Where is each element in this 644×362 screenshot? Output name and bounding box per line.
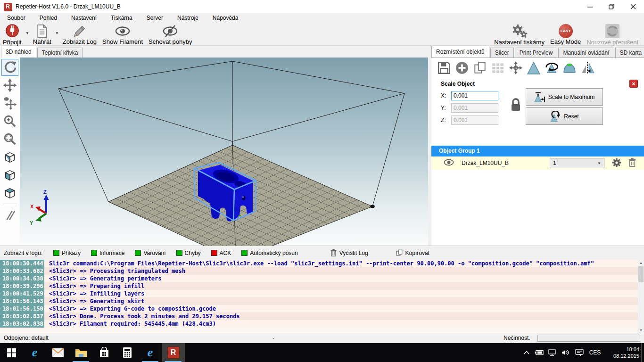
log-scrollbar[interactable]: ▲ ▼ [638, 260, 644, 333]
isometric-view-button[interactable] [1, 148, 18, 165]
eye-icon [115, 24, 131, 38]
taskbar-repetier-button[interactable]: R [162, 343, 185, 362]
log-toggle-button[interactable]: Varování [131, 248, 170, 258]
log-toggle-button[interactable]: Příkazy [49, 248, 85, 258]
connect-button[interactable]: Připojit [0, 23, 25, 45]
scale-object-button[interactable] [525, 60, 543, 75]
scale-y-input[interactable] [451, 103, 498, 113]
panel-splitter[interactable] [428, 58, 431, 246]
taskbar-mail-button[interactable] [46, 343, 69, 362]
log-toggle-button[interactable]: Chyby [172, 248, 205, 258]
add-object-button[interactable] [453, 60, 471, 75]
scale-panel-close-button[interactable]: × [629, 80, 638, 88]
svg-text:X: X [30, 204, 34, 209]
move-view-button[interactable] [1, 77, 18, 94]
show-log-button[interactable]: Zobrazit Log [60, 23, 99, 45]
log-toggle-button[interactable]: ACK [207, 248, 236, 258]
volume-button[interactable] [559, 343, 572, 362]
menu-item[interactable]: Server [140, 13, 170, 23]
scale-x-input[interactable] [451, 91, 498, 100]
log-toggle-button[interactable]: Automatický posun [237, 248, 302, 258]
log-timestamp: 18:00:34.638 [0, 275, 44, 282]
autoposition-button[interactable] [489, 60, 507, 75]
main-toolbar: Připojit ▾ Nahrát ▾ Zobrazit Log Show Fi… [0, 23, 644, 46]
taskbar-edge-button[interactable]: e [23, 343, 46, 362]
move-object-button[interactable] [1, 95, 18, 112]
toggle-state-icon [241, 250, 248, 256]
lay-flat-button[interactable] [561, 60, 578, 75]
tab-sd-card[interactable]: SD karta [615, 48, 644, 58]
menu-item[interactable]: Nastavení [64, 13, 104, 23]
front-view-button[interactable] [1, 166, 18, 183]
tab-print-preview[interactable]: Print Preview [515, 48, 558, 58]
zoom-in-button[interactable] [1, 113, 18, 130]
rotate-view-button[interactable] [1, 59, 18, 76]
top-view-button[interactable] [1, 184, 18, 201]
scale-y-label: Y: [441, 105, 451, 111]
tab-object-placement[interactable]: Rozmístění objektů [431, 46, 489, 58]
menu-item[interactable]: Nástroje [170, 13, 206, 23]
printer-settings-button[interactable]: Nastavení tiskárny [491, 23, 547, 45]
hide-moves-button[interactable]: Schovat pohyby [146, 23, 195, 45]
scroll-up-icon[interactable]: ▲ [639, 260, 643, 266]
network-status-button[interactable] [546, 343, 559, 362]
object-name: Drzak_LM10UU_B [462, 160, 509, 166]
load-dropdown-arrow[interactable]: ▾ [54, 23, 60, 43]
taskbar-store-button[interactable] [92, 343, 116, 362]
minimize-button[interactable] [579, 0, 601, 13]
close-button[interactable] [622, 0, 644, 13]
object-row[interactable]: Drzak_LM10UU_B 1 ▼ [431, 156, 644, 170]
taskbar-ie-button[interactable]: e [139, 343, 162, 362]
clear-log-button[interactable]: Vyčistit Log [326, 247, 372, 258]
scrollbar-thumb[interactable] [638, 266, 644, 282]
log-toggle-button[interactable]: Informace [87, 248, 129, 258]
toggle-state-icon [211, 250, 217, 256]
parallel-projection-button[interactable] [1, 206, 18, 223]
copy-object-button[interactable] [471, 60, 489, 75]
toggle-label: Varování [143, 250, 165, 256]
connection-status: Odpojeno: default [4, 335, 49, 341]
clock[interactable]: 18:04 08.12.2015 [603, 343, 641, 362]
copy-log-button[interactable]: Kopírovat [391, 247, 434, 258]
restore-button[interactable] [601, 0, 622, 13]
tab-3d-preview[interactable]: 3D náhled [1, 46, 36, 58]
taskbar-explorer-button[interactable] [69, 343, 92, 362]
easy-mode-button[interactable]: EASY Easy Mode [547, 23, 584, 45]
show-desktop-button[interactable] [641, 343, 644, 362]
tray-chevron-button[interactable] [520, 343, 533, 362]
connect-dropdown-arrow[interactable]: ▾ [25, 23, 30, 43]
menu-item[interactable]: Tiskárna [104, 13, 140, 23]
tab-slicer[interactable]: Slicer [490, 48, 514, 58]
center-object-button[interactable] [507, 60, 525, 75]
scale-z-input[interactable] [451, 115, 498, 125]
tab-manual-control[interactable]: Manuální ovládání [558, 48, 614, 58]
battery-status-button[interactable] [533, 343, 546, 362]
rotate-object-button[interactable] [543, 60, 561, 75]
notifications-button[interactable] [572, 343, 586, 362]
object-settings-button[interactable] [612, 158, 621, 169]
reset-scale-button[interactable]: Reset [526, 107, 603, 125]
start-button[interactable] [0, 343, 23, 362]
menu-item[interactable]: Soubor [0, 13, 33, 23]
menu-item[interactable]: Nápověda [206, 13, 246, 23]
tab-temperature-curve[interactable]: Teplotní křivka [37, 48, 83, 58]
uniform-scale-lock-button[interactable] [510, 98, 522, 114]
menu-item[interactable]: Pohled [33, 13, 64, 23]
load-button[interactable]: Nahrát [30, 23, 54, 45]
object-visibility-button[interactable] [444, 159, 454, 167]
show-filament-button[interactable]: Show Filament [99, 23, 146, 45]
delete-object-button[interactable] [628, 158, 636, 169]
show-filament-label: Show Filament [102, 38, 143, 45]
taskbar-calculator-button[interactable] [116, 343, 139, 362]
reset-icon [550, 111, 561, 122]
copies-dropdown[interactable]: 1 ▼ [550, 158, 604, 168]
mirror-object-button[interactable] [578, 60, 596, 75]
log-timestamp: 18:01:56.150 [0, 305, 44, 313]
log-message: <Slic3r> Done. Process took 2 minutes an… [44, 313, 240, 320]
scale-to-maximum-button[interactable]: Scale to Maximum [526, 88, 603, 106]
emergency-stop-button[interactable]: Nouzové přerušení [584, 23, 641, 45]
3d-scene[interactable]: Z X Y [20, 58, 428, 246]
save-object-button[interactable] [435, 60, 453, 75]
language-indicator[interactable]: CES [586, 343, 603, 362]
zoom-fit-button[interactable] [1, 131, 18, 148]
